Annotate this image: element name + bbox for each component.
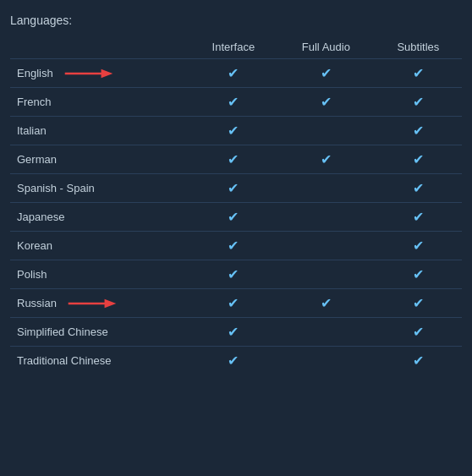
section-title: Languages: — [10, 14, 462, 27]
red-arrow-icon — [63, 67, 114, 80]
interface-check: ✔ — [189, 289, 277, 318]
subtitles-check: ✔ — [375, 289, 462, 318]
language-label: Russian — [17, 297, 57, 309]
language-label: German — [17, 153, 57, 166]
full-audio-check — [277, 203, 375, 232]
full-audio-check — [277, 232, 375, 260]
table-row: Japanese✔✔ — [10, 203, 462, 232]
subtitles-check: ✔ — [375, 88, 462, 117]
language-label: Spanish - Spain — [17, 182, 95, 194]
language-label: Italian — [17, 124, 47, 137]
full-audio-check — [277, 260, 375, 289]
language-name: Spanish - Spain — [10, 174, 189, 203]
table-row: Russian ✔✔✔ — [10, 289, 462, 318]
subtitles-check: ✔ — [375, 347, 462, 375]
language-name: Korean — [10, 232, 189, 260]
language-name: French — [10, 88, 189, 117]
subtitles-check: ✔ — [375, 174, 462, 203]
language-name: Japanese — [10, 203, 189, 232]
full-audio-check: ✔ — [277, 289, 375, 318]
table-row: Korean✔✔ — [10, 232, 462, 260]
language-name: Simplified Chinese — [10, 318, 189, 347]
full-audio-check — [277, 174, 375, 203]
col-header-subtitles: Subtitles — [375, 36, 462, 59]
language-name: English — [10, 59, 189, 88]
full-audio-check: ✔ — [277, 145, 375, 174]
table-row: German✔✔✔ — [10, 145, 462, 174]
table-row: Italian✔✔ — [10, 117, 462, 145]
interface-check: ✔ — [189, 347, 277, 375]
full-audio-check: ✔ — [277, 59, 375, 88]
subtitles-check: ✔ — [375, 145, 462, 174]
subtitles-check: ✔ — [375, 318, 462, 347]
language-name: Polish — [10, 260, 189, 289]
table-row: Spanish - Spain✔✔ — [10, 174, 462, 203]
subtitles-check: ✔ — [375, 117, 462, 145]
language-name: German — [10, 145, 189, 174]
language-label: Korean — [17, 239, 52, 252]
language-label: French — [17, 96, 51, 108]
svg-marker-1 — [101, 68, 113, 77]
language-name: Russian — [10, 289, 189, 318]
full-audio-check — [277, 318, 375, 347]
interface-check: ✔ — [189, 145, 277, 174]
language-label: Traditional Chinese — [17, 354, 112, 367]
language-label: Japanese — [17, 211, 64, 223]
col-header-full-audio: Full Audio — [277, 36, 375, 59]
language-name: Traditional Chinese — [10, 347, 189, 375]
table-row: English ✔✔✔ — [10, 59, 462, 88]
col-header-language — [10, 36, 189, 59]
interface-check: ✔ — [189, 260, 277, 289]
interface-check: ✔ — [189, 318, 277, 347]
languages-container: Languages: Interface Full Audio Subtitle… — [0, 0, 472, 381]
svg-marker-3 — [105, 298, 117, 307]
subtitles-check: ✔ — [375, 232, 462, 260]
full-audio-check — [277, 117, 375, 145]
table-row: Polish✔✔ — [10, 260, 462, 289]
interface-check: ✔ — [189, 174, 277, 203]
language-name: Italian — [10, 117, 189, 145]
languages-table: Interface Full Audio Subtitles English ✔… — [10, 36, 462, 375]
interface-check: ✔ — [189, 117, 277, 145]
full-audio-check: ✔ — [277, 88, 375, 117]
full-audio-check — [277, 347, 375, 375]
subtitles-check: ✔ — [375, 203, 462, 232]
subtitles-check: ✔ — [375, 260, 462, 289]
interface-check: ✔ — [189, 88, 277, 117]
interface-check: ✔ — [189, 59, 277, 88]
table-row: Traditional Chinese✔✔ — [10, 347, 462, 375]
red-arrow-icon — [67, 297, 118, 310]
language-label: Polish — [17, 268, 47, 281]
table-row: French✔✔✔ — [10, 88, 462, 117]
table-row: Simplified Chinese✔✔ — [10, 318, 462, 347]
subtitles-check: ✔ — [375, 59, 462, 88]
interface-check: ✔ — [189, 232, 277, 260]
col-header-interface: Interface — [189, 36, 277, 59]
language-label: Simplified Chinese — [17, 326, 108, 338]
language-label: English — [17, 67, 53, 79]
interface-check: ✔ — [189, 203, 277, 232]
